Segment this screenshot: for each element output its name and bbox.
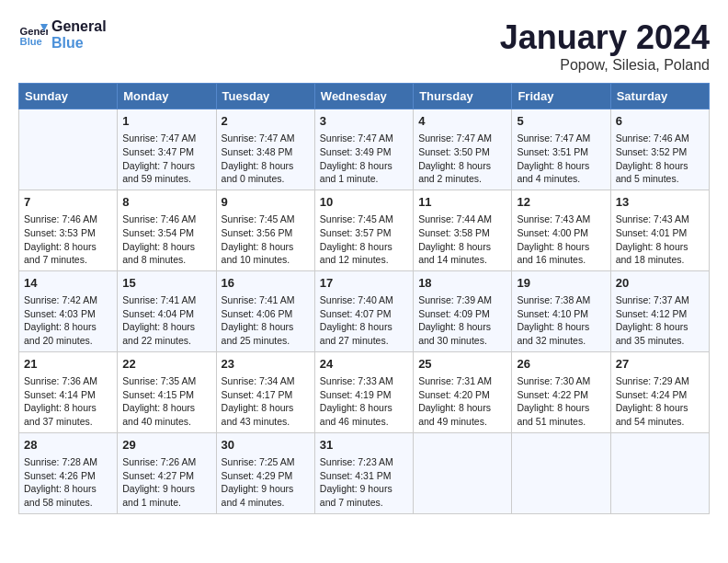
weekday-header-tuesday: Tuesday [216, 84, 314, 109]
day-number: 1 [122, 113, 210, 130]
calendar-cell: 5Sunrise: 7:47 AM Sunset: 3:51 PM Daylig… [512, 109, 610, 190]
calendar-week-4: 28Sunrise: 7:28 AM Sunset: 4:26 PM Dayli… [19, 432, 710, 513]
calendar-table: SundayMondayTuesdayWednesdayThursdayFrid… [18, 83, 710, 514]
calendar-cell: 31Sunrise: 7:23 AM Sunset: 4:31 PM Dayli… [314, 432, 413, 513]
day-info: Sunrise: 7:46 AM Sunset: 3:52 PM Dayligh… [616, 132, 704, 186]
calendar-cell: 19Sunrise: 7:38 AM Sunset: 4:10 PM Dayli… [512, 270, 610, 351]
day-number: 27 [616, 356, 704, 373]
calendar-cell [512, 432, 610, 513]
day-number: 31 [320, 437, 408, 454]
day-info: Sunrise: 7:47 AM Sunset: 3:48 PM Dayligh… [222, 132, 310, 186]
day-info: Sunrise: 7:47 AM Sunset: 3:50 PM Dayligh… [418, 132, 506, 186]
weekday-header-wednesday: Wednesday [314, 84, 413, 109]
day-number: 4 [418, 113, 506, 130]
logo: General Blue General Blue [18, 18, 107, 51]
day-info: Sunrise: 7:45 AM Sunset: 3:56 PM Dayligh… [222, 213, 310, 267]
calendar-cell [19, 109, 118, 190]
calendar-cell: 2Sunrise: 7:47 AM Sunset: 3:48 PM Daylig… [216, 109, 314, 190]
day-info: Sunrise: 7:47 AM Sunset: 3:51 PM Dayligh… [517, 132, 605, 186]
logo-text-blue: Blue [51, 35, 107, 52]
day-number: 10 [320, 194, 408, 211]
calendar-week-2: 14Sunrise: 7:42 AM Sunset: 4:03 PM Dayli… [19, 270, 710, 351]
day-number: 11 [418, 194, 506, 211]
svg-text:Blue: Blue [20, 36, 42, 47]
calendar-cell: 14Sunrise: 7:42 AM Sunset: 4:03 PM Dayli… [19, 270, 118, 351]
calendar-cell: 11Sunrise: 7:44 AM Sunset: 3:58 PM Dayli… [414, 190, 512, 270]
calendar-cell: 1Sunrise: 7:47 AM Sunset: 3:47 PM Daylig… [118, 109, 216, 190]
month-title: January 2024 [500, 18, 710, 57]
day-number: 5 [517, 113, 605, 130]
calendar-cell: 27Sunrise: 7:29 AM Sunset: 4:24 PM Dayli… [610, 351, 709, 432]
calendar-cell: 17Sunrise: 7:40 AM Sunset: 4:07 PM Dayli… [314, 270, 413, 351]
calendar-cell: 9Sunrise: 7:45 AM Sunset: 3:56 PM Daylig… [216, 190, 314, 270]
day-number: 15 [122, 275, 210, 292]
day-number: 24 [320, 356, 408, 373]
calendar-cell: 30Sunrise: 7:25 AM Sunset: 4:29 PM Dayli… [216, 432, 314, 513]
day-info: Sunrise: 7:44 AM Sunset: 3:58 PM Dayligh… [418, 213, 506, 267]
logo-text-general: General [51, 18, 107, 35]
calendar-cell [414, 432, 512, 513]
calendar-cell: 3Sunrise: 7:47 AM Sunset: 3:49 PM Daylig… [314, 109, 413, 190]
day-number: 28 [24, 437, 112, 454]
weekday-header-monday: Monday [118, 84, 216, 109]
day-info: Sunrise: 7:43 AM Sunset: 4:00 PM Dayligh… [517, 213, 605, 267]
calendar-header-row: SundayMondayTuesdayWednesdayThursdayFrid… [19, 84, 710, 109]
location: Popow, Silesia, Poland [500, 57, 710, 74]
day-number: 6 [616, 113, 704, 130]
calendar-cell: 23Sunrise: 7:34 AM Sunset: 4:17 PM Dayli… [216, 351, 314, 432]
day-info: Sunrise: 7:28 AM Sunset: 4:26 PM Dayligh… [24, 455, 112, 510]
calendar-week-3: 21Sunrise: 7:36 AM Sunset: 4:14 PM Dayli… [19, 351, 710, 432]
day-number: 7 [24, 194, 112, 211]
day-number: 20 [616, 275, 704, 292]
day-info: Sunrise: 7:43 AM Sunset: 4:01 PM Dayligh… [616, 213, 704, 267]
day-number: 29 [122, 437, 210, 454]
calendar-cell: 13Sunrise: 7:43 AM Sunset: 4:01 PM Dayli… [610, 190, 709, 270]
day-info: Sunrise: 7:23 AM Sunset: 4:31 PM Dayligh… [320, 455, 408, 510]
day-info: Sunrise: 7:47 AM Sunset: 3:49 PM Dayligh… [320, 132, 408, 186]
day-info: Sunrise: 7:41 AM Sunset: 4:04 PM Dayligh… [122, 293, 210, 348]
calendar-cell: 26Sunrise: 7:30 AM Sunset: 4:22 PM Dayli… [512, 351, 610, 432]
calendar-cell: 20Sunrise: 7:37 AM Sunset: 4:12 PM Dayli… [610, 270, 709, 351]
day-info: Sunrise: 7:25 AM Sunset: 4:29 PM Dayligh… [222, 455, 310, 510]
day-info: Sunrise: 7:31 AM Sunset: 4:20 PM Dayligh… [418, 374, 506, 429]
day-info: Sunrise: 7:40 AM Sunset: 4:07 PM Dayligh… [320, 293, 408, 348]
day-number: 25 [418, 356, 506, 373]
calendar-cell: 6Sunrise: 7:46 AM Sunset: 3:52 PM Daylig… [610, 109, 709, 190]
day-info: Sunrise: 7:41 AM Sunset: 4:06 PM Dayligh… [222, 293, 310, 348]
day-number: 22 [122, 356, 210, 373]
calendar-cell: 16Sunrise: 7:41 AM Sunset: 4:06 PM Dayli… [216, 270, 314, 351]
day-number: 30 [222, 437, 310, 454]
calendar-week-0: 1Sunrise: 7:47 AM Sunset: 3:47 PM Daylig… [19, 109, 710, 190]
day-number: 26 [517, 356, 605, 373]
weekday-header-thursday: Thursday [414, 84, 512, 109]
calendar-cell: 28Sunrise: 7:28 AM Sunset: 4:26 PM Dayli… [19, 432, 118, 513]
day-info: Sunrise: 7:26 AM Sunset: 4:27 PM Dayligh… [122, 455, 210, 510]
day-number: 12 [517, 194, 605, 211]
day-number: 13 [616, 194, 704, 211]
day-info: Sunrise: 7:30 AM Sunset: 4:22 PM Dayligh… [517, 374, 605, 429]
weekday-header-sunday: Sunday [19, 84, 118, 109]
calendar-cell: 24Sunrise: 7:33 AM Sunset: 4:19 PM Dayli… [314, 351, 413, 432]
day-info: Sunrise: 7:29 AM Sunset: 4:24 PM Dayligh… [616, 374, 704, 429]
day-info: Sunrise: 7:42 AM Sunset: 4:03 PM Dayligh… [24, 293, 112, 348]
calendar-cell: 15Sunrise: 7:41 AM Sunset: 4:04 PM Dayli… [118, 270, 216, 351]
calendar-cell: 12Sunrise: 7:43 AM Sunset: 4:00 PM Dayli… [512, 190, 610, 270]
calendar-cell [610, 432, 709, 513]
day-info: Sunrise: 7:35 AM Sunset: 4:15 PM Dayligh… [122, 374, 210, 429]
weekday-header-saturday: Saturday [610, 84, 709, 109]
calendar-week-1: 7Sunrise: 7:46 AM Sunset: 3:53 PM Daylig… [19, 190, 710, 270]
logo-icon: General Blue [18, 20, 48, 50]
day-number: 19 [517, 275, 605, 292]
calendar-cell: 4Sunrise: 7:47 AM Sunset: 3:50 PM Daylig… [414, 109, 512, 190]
calendar-cell: 29Sunrise: 7:26 AM Sunset: 4:27 PM Dayli… [118, 432, 216, 513]
day-info: Sunrise: 7:34 AM Sunset: 4:17 PM Dayligh… [222, 374, 310, 429]
day-info: Sunrise: 7:45 AM Sunset: 3:57 PM Dayligh… [320, 213, 408, 267]
day-number: 14 [24, 275, 112, 292]
day-number: 3 [320, 113, 408, 130]
title-block: January 2024 Popow, Silesia, Poland [500, 18, 710, 74]
day-number: 2 [222, 113, 310, 130]
calendar-cell: 8Sunrise: 7:46 AM Sunset: 3:54 PM Daylig… [118, 190, 216, 270]
day-info: Sunrise: 7:33 AM Sunset: 4:19 PM Dayligh… [320, 374, 408, 429]
day-info: Sunrise: 7:37 AM Sunset: 4:12 PM Dayligh… [616, 293, 704, 348]
day-info: Sunrise: 7:39 AM Sunset: 4:09 PM Dayligh… [418, 293, 506, 348]
